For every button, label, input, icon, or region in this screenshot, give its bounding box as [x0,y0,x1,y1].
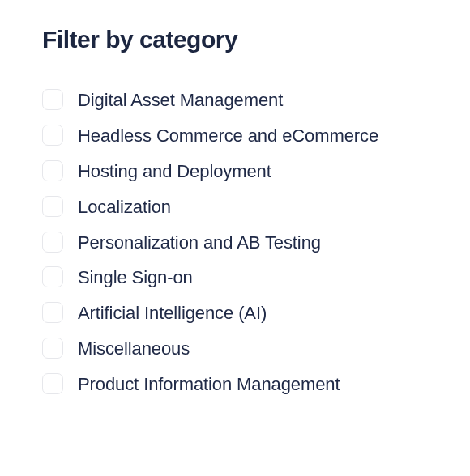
filter-label: Digital Asset Management [78,87,283,113]
filter-label: Artificial Intelligence (AI) [78,300,267,326]
filter-item-headless-commerce[interactable]: Headless Commerce and eCommerce [42,123,428,149]
filter-item-localization[interactable]: Localization [42,194,428,220]
checkbox[interactable] [42,232,63,253]
filter-item-miscellaneous[interactable]: Miscellaneous [42,336,428,362]
filter-label: Localization [78,194,171,220]
filter-title: Filter by category [42,26,428,53]
checkbox[interactable] [42,196,63,217]
checkbox[interactable] [42,338,63,359]
filter-label: Single Sign-on [78,265,193,291]
filter-item-artificial-intelligence[interactable]: Artificial Intelligence (AI) [42,300,428,326]
filter-item-personalization-ab-testing[interactable]: Personalization and AB Testing [42,230,428,256]
filter-label: Product Information Management [78,372,340,397]
filter-label: Miscellaneous [78,336,190,362]
checkbox[interactable] [42,373,63,394]
checkbox[interactable] [42,302,63,323]
checkbox[interactable] [42,160,63,181]
filter-item-hosting-deployment[interactable]: Hosting and Deployment [42,159,428,185]
checkbox[interactable] [42,89,63,110]
filter-item-product-information-management[interactable]: Product Information Management [42,372,428,397]
filter-item-single-sign-on[interactable]: Single Sign-on [42,265,428,291]
checkbox[interactable] [42,266,63,287]
filter-item-digital-asset-management[interactable]: Digital Asset Management [42,87,428,113]
filter-label: Personalization and AB Testing [78,230,321,256]
filter-list: Digital Asset Management Headless Commer… [42,87,428,397]
filter-label: Headless Commerce and eCommerce [78,123,378,149]
checkbox[interactable] [42,125,63,146]
filter-label: Hosting and Deployment [78,159,271,185]
